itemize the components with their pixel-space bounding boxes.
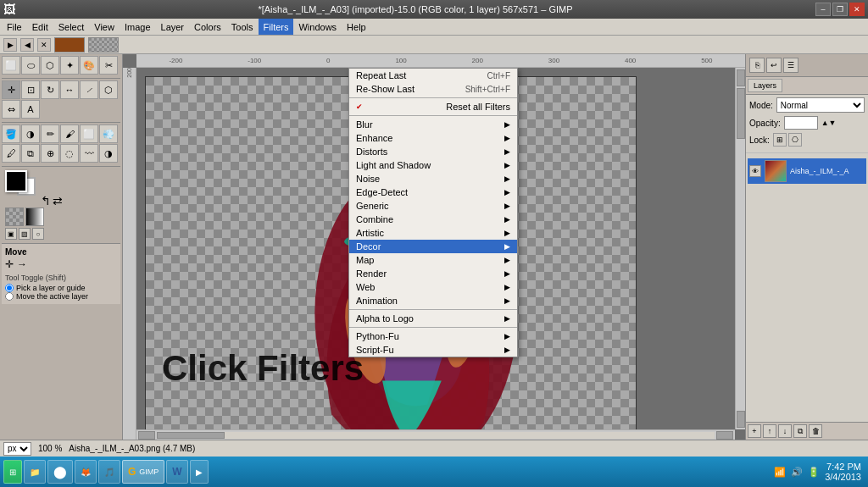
- filter-map[interactable]: Map: [349, 253, 517, 267]
- lock-position-icon[interactable]: ⊞: [773, 133, 787, 147]
- tool-flip[interactable]: ⇔: [2, 100, 20, 119]
- tool-airbrush[interactable]: 💨: [99, 125, 118, 143]
- mode-icon-1[interactable]: ▣: [5, 228, 17, 240]
- mode-icon-3[interactable]: ○: [32, 228, 44, 240]
- lower-layer-button[interactable]: ↓: [778, 424, 792, 438]
- scroll-left-button[interactable]: [138, 431, 155, 440]
- panel-icon-1[interactable]: ⎘: [749, 58, 765, 73]
- menu-tools[interactable]: Tools: [226, 19, 259, 35]
- menu-windows[interactable]: Windows: [293, 19, 342, 35]
- filter-render[interactable]: Render: [349, 267, 517, 280]
- filter-noise[interactable]: Noise: [349, 172, 517, 185]
- panel-icon-3[interactable]: ☰: [783, 58, 798, 73]
- close-button[interactable]: ✕: [849, 3, 865, 16]
- scroll-thumb[interactable]: [157, 432, 225, 439]
- filter-script-fu[interactable]: Script-Fu: [349, 343, 517, 357]
- filter-repeat-last[interactable]: Repeat Last Ctrl+F: [349, 69, 517, 82]
- scrollbar-vertical[interactable]: [735, 68, 745, 429]
- scroll-down-button[interactable]: [737, 411, 745, 428]
- layer-visibility-icon[interactable]: 👁: [749, 165, 761, 177]
- move-cross-icon[interactable]: ✛: [5, 258, 14, 270]
- tool-scale[interactable]: ↔: [60, 80, 79, 99]
- toolbar-icon-1[interactable]: ▶: [3, 38, 17, 52]
- taskbar-start[interactable]: ⊞: [3, 460, 22, 484]
- unit-select[interactable]: px % in: [3, 442, 31, 456]
- tool-shear[interactable]: ⟋: [80, 80, 98, 99]
- filter-web[interactable]: Web: [349, 280, 517, 294]
- taskbar-app-misc[interactable]: ▶: [190, 460, 209, 484]
- scroll-up-button[interactable]: [737, 69, 745, 86]
- raise-layer-button[interactable]: ↑: [763, 424, 776, 438]
- filter-combine[interactable]: Combine: [349, 213, 517, 226]
- filter-edge-detect[interactable]: Edge-Detect: [349, 185, 517, 199]
- layer-item-1[interactable]: 👁 Aisha_-_ILM_-_A: [748, 158, 866, 184]
- taskbar-app-explorer[interactable]: 📁: [24, 460, 46, 484]
- toolbar-icon-3[interactable]: ✕: [37, 38, 51, 52]
- tool-fuzzy-select[interactable]: ✦: [60, 56, 79, 75]
- filter-python-fu[interactable]: Python-Fu: [349, 329, 517, 343]
- menu-colors[interactable]: Colors: [189, 19, 226, 35]
- menu-filters[interactable]: Filters: [259, 19, 294, 35]
- delete-layer-button[interactable]: 🗑: [809, 424, 822, 438]
- canvas-inner[interactable]: Click Filters Repeat Last Ctrl+F Re-Show…: [136, 68, 745, 440]
- menu-layer[interactable]: Layer: [156, 19, 190, 35]
- opacity-input[interactable]: 100.0: [784, 116, 818, 130]
- filter-blur[interactable]: Blur: [349, 118, 517, 131]
- move-arrow-icon[interactable]: →: [17, 258, 27, 270]
- foreground-color[interactable]: [5, 170, 27, 192]
- filter-reshow-last[interactable]: Re-Show Last Shift+Ctrl+F: [349, 82, 517, 96]
- taskbar-app-gimp[interactable]: G GIMP: [122, 460, 164, 484]
- opacity-spinner[interactable]: ▲▼: [821, 119, 837, 127]
- radio-input-layer-guide[interactable]: [5, 284, 14, 292]
- tool-rotate[interactable]: ↻: [41, 80, 59, 99]
- tool-by-color[interactable]: 🎨: [80, 56, 98, 75]
- new-layer-button[interactable]: +: [748, 424, 761, 438]
- minimize-button[interactable]: –: [815, 3, 831, 16]
- tool-rectangle-select[interactable]: ⬜: [2, 56, 20, 75]
- tool-blur[interactable]: ◌: [60, 144, 79, 163]
- tool-text[interactable]: A: [21, 100, 40, 119]
- menu-help[interactable]: Help: [342, 19, 371, 35]
- filter-animation[interactable]: Animation: [349, 294, 517, 307]
- menu-file[interactable]: File: [2, 19, 27, 35]
- scroll-track[interactable]: [157, 432, 715, 439]
- menu-view[interactable]: View: [89, 19, 120, 35]
- tool-heal[interactable]: ⊕: [41, 144, 59, 163]
- tool-free-select[interactable]: ⬡: [41, 56, 59, 75]
- radio-input-active-layer[interactable]: [5, 292, 14, 301]
- menu-image[interactable]: Image: [120, 19, 156, 35]
- taskbar-app-firefox[interactable]: 🦊: [75, 460, 97, 484]
- tool-blend[interactable]: ◑: [21, 125, 40, 143]
- filter-distorts[interactable]: Distorts: [349, 145, 517, 158]
- filter-decor[interactable]: Decor: [349, 240, 517, 253]
- tool-bucket[interactable]: 🪣: [2, 125, 20, 143]
- tool-smudge[interactable]: 〰: [80, 144, 98, 163]
- taskbar-app-media[interactable]: 🎵: [98, 460, 120, 484]
- filter-light-shadow[interactable]: Light and Shadow: [349, 158, 517, 172]
- tool-ellipse-select[interactable]: ⬭: [21, 56, 40, 75]
- tool-scissors[interactable]: ✂: [99, 56, 118, 75]
- tool-pencil[interactable]: ✏: [41, 125, 59, 143]
- filter-artistic[interactable]: Artistic: [349, 226, 517, 240]
- scrollbar-horizontal[interactable]: [136, 429, 735, 440]
- panel-icon-2[interactable]: ↩: [766, 58, 782, 73]
- tool-move[interactable]: ✛: [2, 80, 20, 99]
- gradient-preview[interactable]: [25, 208, 44, 226]
- tool-paint[interactable]: 🖌: [60, 125, 79, 143]
- scroll-right-button[interactable]: [716, 431, 733, 440]
- tool-crop[interactable]: ⊡: [21, 80, 40, 99]
- lock-alpha-icon[interactable]: ⎔: [788, 133, 802, 147]
- restore-button[interactable]: ❐: [832, 3, 848, 16]
- tab-layers[interactable]: Layers: [748, 79, 782, 92]
- filter-enhance[interactable]: Enhance: [349, 131, 517, 145]
- mode-select[interactable]: Normal: [776, 97, 865, 113]
- tool-eraser[interactable]: ⬜: [80, 125, 98, 143]
- menu-select[interactable]: Select: [53, 19, 90, 35]
- taskbar-app-word[interactable]: W: [166, 460, 187, 484]
- toolbar-icon-2[interactable]: ◀: [20, 38, 34, 52]
- filter-generic[interactable]: Generic: [349, 199, 517, 213]
- radio-layer-guide[interactable]: Pick a layer or guide: [5, 284, 117, 292]
- pattern-preview[interactable]: [5, 208, 24, 226]
- reset-colors-icon[interactable]: ↰: [41, 194, 51, 208]
- radio-active-layer[interactable]: Move the active layer: [5, 292, 117, 301]
